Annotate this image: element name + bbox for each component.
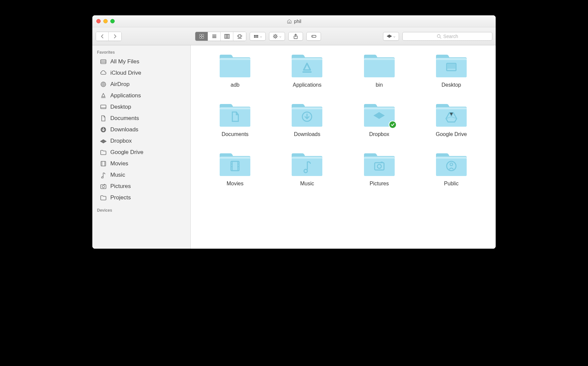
sidebar-item-projects[interactable]: Projects — [92, 192, 190, 203]
file-item[interactable]: Applications — [276, 52, 338, 88]
file-item[interactable]: bin — [348, 52, 410, 88]
file-item[interactable]: adb — [204, 52, 266, 88]
view-icons-button[interactable] — [195, 32, 208, 41]
sidebar-item-label: Documents — [110, 115, 139, 122]
file-label: Desktop — [442, 82, 461, 88]
folder-icon — [290, 52, 324, 79]
file-item[interactable]: Desktop — [420, 52, 482, 88]
share-icon — [293, 34, 298, 39]
sidebar-item-label: Google Drive — [110, 149, 143, 156]
sidebar-item-icloud-drive[interactable]: iCloud Drive — [92, 67, 190, 79]
file-label: Pictures — [370, 181, 389, 187]
file-grid[interactable]: adb Applications bin Desktop — [191, 45, 496, 249]
sidebar-item-downloads[interactable]: Downloads — [92, 124, 190, 135]
desktop-icon — [100, 103, 107, 111]
file-label: Movies — [227, 181, 244, 187]
sidebar-item-desktop[interactable]: Desktop — [92, 101, 190, 113]
folder-icon — [435, 151, 468, 177]
chevron-down-icon: ⌵ — [260, 34, 262, 38]
file-label: Applications — [293, 82, 321, 88]
file-item[interactable]: Public — [420, 151, 482, 187]
file-item[interactable]: Documents — [204, 101, 266, 137]
gear-icon — [273, 34, 278, 39]
zoom-button[interactable] — [110, 19, 115, 23]
folder-icon — [363, 101, 396, 128]
folder-icon — [435, 52, 468, 79]
file-label: Public — [444, 181, 459, 187]
sidebar-item-label: Projects — [110, 194, 131, 201]
minimize-button[interactable] — [103, 19, 108, 23]
sidebar-item-label: Downloads — [110, 126, 138, 133]
sync-badge-icon — [389, 121, 397, 129]
search-icon — [437, 34, 441, 39]
file-label: adb — [231, 82, 240, 88]
sidebar-item-label: All My Files — [110, 58, 139, 65]
folder-icon — [290, 151, 324, 177]
sidebar-item-dropbox[interactable]: Dropbox — [92, 135, 190, 147]
tag-icon — [311, 34, 316, 39]
sidebar-item-label: Pictures — [110, 183, 131, 190]
file-item[interactable]: Pictures — [348, 151, 410, 187]
file-item[interactable]: Downloads — [276, 101, 338, 137]
sidebar-header-favorites: Favorites — [92, 48, 190, 56]
dropbox-icon — [387, 34, 392, 39]
traffic-lights — [92, 19, 115, 23]
file-item[interactable]: Music — [276, 151, 338, 187]
forward-button[interactable] — [109, 32, 121, 41]
sidebar-item-documents[interactable]: Documents — [92, 113, 190, 124]
window-title-text: phil — [294, 19, 301, 24]
finder-window: phil ⌵ ⌵ — [92, 15, 496, 249]
search-input[interactable]: Search — [402, 32, 492, 41]
back-button[interactable] — [96, 32, 109, 41]
arrange-button[interactable]: ⌵ — [250, 32, 266, 41]
toolbar: ⌵ ⌵ ⌵ Search — [92, 27, 496, 45]
view-mode-group — [195, 32, 246, 41]
file-label: Google Drive — [436, 131, 467, 137]
documents-icon — [100, 115, 107, 122]
sidebar-item-all-my-files[interactable]: All My Files — [92, 56, 190, 67]
action-button[interactable]: ⌵ — [269, 32, 285, 41]
sidebar-item-applications[interactable]: Applications — [92, 90, 190, 101]
view-coverflow-button[interactable] — [233, 32, 246, 41]
file-label: Music — [300, 181, 314, 187]
titlebar[interactable]: phil — [92, 15, 496, 27]
sidebar-item-music[interactable]: Music — [92, 169, 190, 181]
search-placeholder: Search — [443, 34, 458, 39]
sidebar-item-airdrop[interactable]: AirDrop — [92, 79, 190, 90]
folder-icon — [363, 52, 396, 79]
file-item[interactable]: Google Drive — [420, 101, 482, 137]
dropbox-toolbar-button[interactable]: ⌵ — [383, 32, 399, 41]
movies-icon — [100, 160, 107, 167]
folder-icon — [218, 101, 252, 128]
dropbox-icon — [100, 137, 107, 145]
sidebar: Favorites All My Files iCloud Drive AirD… — [92, 45, 191, 249]
sidebar-item-pictures[interactable]: Pictures — [92, 181, 190, 192]
view-list-button[interactable] — [208, 32, 221, 41]
arrange-icon — [253, 34, 259, 39]
airdrop-icon — [100, 81, 107, 88]
share-button[interactable] — [288, 32, 303, 41]
sidebar-item-label: AirDrop — [110, 81, 130, 88]
file-item[interactable]: Dropbox — [348, 101, 410, 137]
file-label: Documents — [222, 131, 249, 137]
file-label: Dropbox — [369, 131, 389, 137]
close-button[interactable] — [96, 19, 101, 23]
sidebar-item-label: Movies — [110, 160, 128, 167]
file-label: bin — [376, 82, 383, 88]
folder-icon — [218, 151, 252, 177]
tags-button[interactable] — [306, 32, 321, 41]
sidebar-item-movies[interactable]: Movies — [92, 158, 190, 169]
sidebar-item-google-drive[interactable]: Google Drive — [92, 147, 190, 158]
file-label: Downloads — [294, 131, 320, 137]
sidebar-item-label: Applications — [110, 92, 141, 99]
sidebar-item-label: Music — [110, 172, 125, 178]
folder-icon — [363, 151, 396, 177]
chevron-down-icon: ⌵ — [279, 34, 281, 38]
file-item[interactable]: Movies — [204, 151, 266, 187]
folder-icon — [290, 101, 324, 128]
applications-icon — [100, 92, 107, 99]
folder-icon — [100, 194, 107, 201]
window-title: phil — [92, 19, 496, 24]
sidebar-item-label: iCloud Drive — [110, 70, 141, 76]
view-columns-button[interactable] — [221, 32, 233, 41]
